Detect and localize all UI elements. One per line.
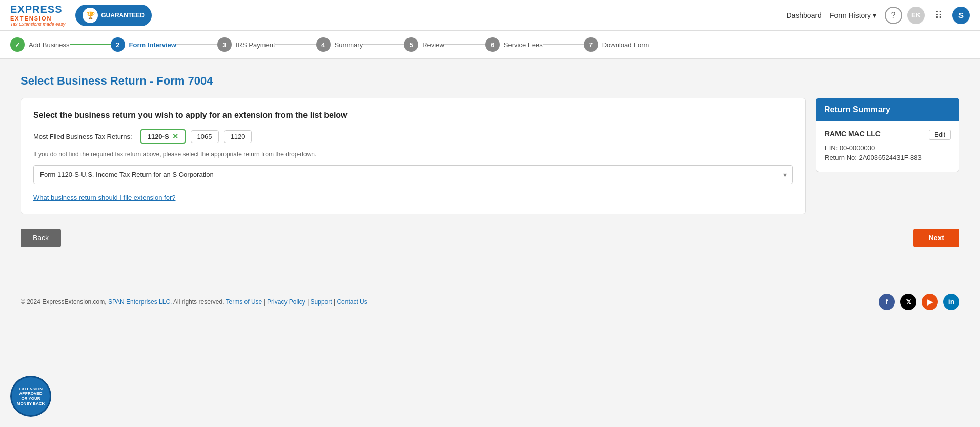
header-right: Dashboard Form History ▾ ? EK ⠿ S [786, 7, 970, 24]
apps-icon[interactable]: ⠿ [930, 7, 947, 24]
guaranteed-badge: 🏆 GUARANTEED [75, 5, 152, 26]
stepper: ✓ Add Business 2 Form Interview 3 IRS Pa… [0, 31, 980, 59]
tax-badge-1120s-remove-icon[interactable]: ✕ [172, 132, 178, 140]
step-2-label: Form Interview [129, 41, 176, 49]
business-return-help-link[interactable]: What business return should I file exten… [33, 194, 175, 201]
tax-badge-1120[interactable]: 1120 [224, 130, 252, 143]
step-5-label: Review [422, 41, 444, 49]
step-3-circle: 3 [217, 37, 232, 52]
footer: © 2024 ExpressExtension.com, SPAN Enterp… [0, 283, 980, 320]
span-enterprises-link[interactable]: SPAN Enterprises LLC. [108, 298, 172, 306]
step-1-label: Add Business [29, 41, 70, 49]
guaranteed-icon: 🏆 [83, 8, 98, 23]
terms-link[interactable]: Terms of Use [226, 298, 262, 306]
step-7-circle: 7 [584, 37, 598, 52]
step-1-circle: ✓ [10, 37, 25, 52]
step-4-circle: 4 [316, 37, 331, 52]
next-button[interactable]: Next [913, 229, 959, 247]
step-add-business: ✓ Add Business [10, 37, 70, 52]
company-name: RAMC MAC LLC [825, 130, 881, 138]
step-summary: 4 Summary [316, 37, 363, 52]
header-icons: ? EK ⠿ S [885, 7, 970, 24]
page-title: Select Business Return - Form 7004 [21, 74, 959, 88]
step-form-interview: 2 Form Interview [111, 37, 176, 52]
form-card: Select the business return you wish to a… [21, 98, 806, 214]
dropdown-hint: If you do not find the required tax retu… [33, 151, 793, 158]
connector-1 [70, 44, 111, 45]
form-history-nav-link[interactable]: Form History ▾ [830, 11, 876, 19]
form-card-heading: Select the business return you wish to a… [33, 111, 793, 120]
privacy-link[interactable]: Privacy Policy [267, 298, 305, 306]
form-history-label: Form History [830, 11, 871, 19]
logo-tagline-text: Tax Extensions made easy [10, 22, 65, 27]
support-link[interactable]: Support [311, 298, 332, 306]
step-6-circle: 6 [485, 37, 500, 52]
return-type-select-wrap: Form 1120-S-U.S. Income Tax Return for a… [33, 165, 793, 184]
main-content: Select Business Return - Form 7004 Selec… [0, 59, 980, 262]
return-no-detail: Return No: 2A0036524431F-883 [825, 154, 951, 161]
return-type-select[interactable]: Form 1120-S-U.S. Income Tax Return for a… [33, 165, 793, 184]
connector-5 [444, 44, 485, 45]
step-5-circle: 5 [404, 37, 418, 52]
connector-4 [363, 44, 404, 45]
connector-6 [543, 44, 584, 45]
content-row: Select the business return you wish to a… [21, 98, 959, 214]
tax-badge-1120s-label: 1120-S [148, 133, 169, 140]
logo-express-text: EXPRESS [10, 4, 65, 15]
back-button[interactable]: Back [21, 229, 61, 247]
step-6-label: Service Fees [504, 41, 543, 49]
tax-badge-1120s[interactable]: 1120-S ✕ [140, 129, 186, 144]
tax-badge-1065[interactable]: 1065 [191, 130, 219, 143]
facebook-icon[interactable]: f [879, 294, 895, 310]
tax-returns-label: Most Filed Business Tax Returns: [33, 133, 132, 140]
footer-copyright: © 2024 ExpressExtension.com, [21, 298, 107, 306]
return-summary-card: Return Summary RAMC MAC LLC Edit EIN: 00… [816, 98, 959, 214]
user-initials-icon[interactable]: EK [907, 7, 925, 24]
logo-extension-text: EXTENSION [10, 15, 65, 22]
help-icon[interactable]: ? [885, 7, 902, 24]
summary-company-row: RAMC MAC LLC Edit [825, 130, 951, 140]
ein-detail: EIN: 00-0000030 [825, 144, 951, 152]
footer-rights: All rights reserved. [173, 298, 224, 306]
dashboard-label: Dashboard [786, 11, 822, 19]
twitter-icon[interactable]: 𝕏 [900, 294, 916, 310]
nav-buttons: Back Next [21, 229, 959, 247]
connector-2 [176, 44, 217, 45]
dashboard-nav-link[interactable]: Dashboard [786, 11, 822, 19]
user-avatar[interactable]: S [952, 7, 970, 24]
footer-social: f 𝕏 ▶ in [879, 294, 959, 310]
youtube-icon[interactable]: ▶ [922, 294, 938, 310]
step-download-form: 7 Download Form [584, 37, 649, 52]
step-2-circle: 2 [111, 37, 125, 52]
linkedin-icon[interactable]: in [943, 294, 959, 310]
step-4-label: Summary [335, 41, 363, 49]
tax-returns-row: Most Filed Business Tax Returns: 1120-S … [33, 129, 793, 144]
chevron-down-icon: ▾ [873, 11, 876, 19]
connector-3 [275, 44, 316, 45]
step-7-label: Download Form [602, 41, 649, 49]
footer-left: © 2024 ExpressExtension.com, SPAN Enterp… [21, 298, 368, 306]
logo: EXPRESS EXTENSION Tax Extensions made ea… [10, 4, 65, 27]
step-3-label: IRS Payment [236, 41, 275, 49]
step-irs-payment: 3 IRS Payment [217, 37, 275, 52]
header: EXPRESS EXTENSION Tax Extensions made ea… [0, 0, 980, 31]
guaranteed-label: GUARANTEED [101, 12, 145, 19]
header-left: EXPRESS EXTENSION Tax Extensions made ea… [10, 4, 152, 27]
edit-button[interactable]: Edit [929, 130, 951, 140]
step-review: 5 Review [404, 37, 444, 52]
return-summary-body: RAMC MAC LLC Edit EIN: 00-0000030 Return… [816, 121, 959, 172]
return-summary-header: Return Summary [816, 98, 959, 121]
contact-link[interactable]: Contact Us [337, 298, 367, 306]
step-service-fees: 6 Service Fees [485, 37, 543, 52]
logo-wrap: EXPRESS EXTENSION Tax Extensions made ea… [10, 4, 65, 27]
